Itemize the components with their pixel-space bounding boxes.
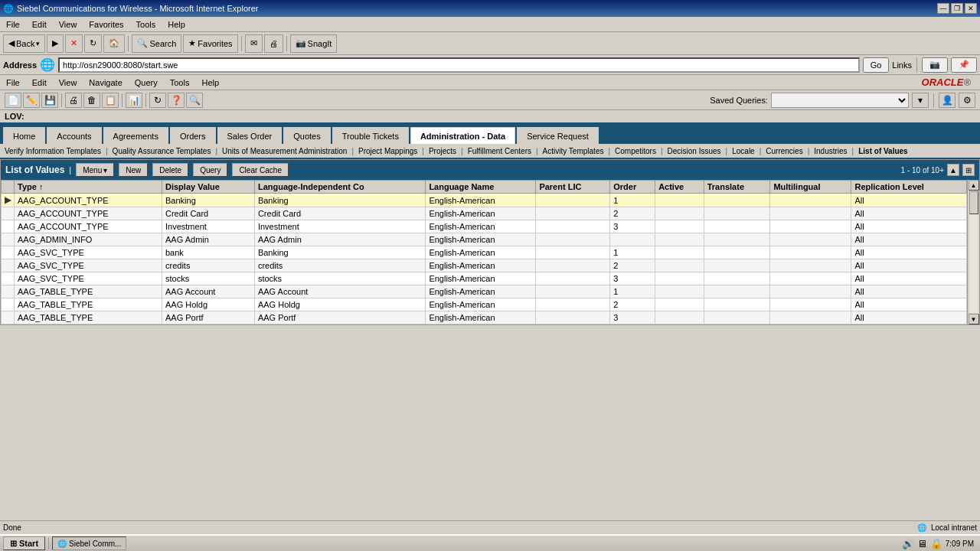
address-input[interactable] <box>58 57 860 73</box>
siebel-search-button[interactable]: 🔍 <box>186 93 203 108</box>
tab-accounts[interactable]: Accounts <box>47 127 101 144</box>
print-button[interactable]: 🖨 <box>264 34 283 53</box>
table-row[interactable]: AAG_SVC_TYPEcreditscreditsEnglish-Americ… <box>2 259 979 272</box>
mail-button[interactable]: ✉ <box>245 34 263 53</box>
siebel-settings-button[interactable]: ⚙ <box>959 93 975 108</box>
ie-menu-edit[interactable]: Edit <box>29 18 50 31</box>
minimize-button[interactable]: — <box>937 3 949 14</box>
sub-nav-currencies[interactable]: Currencies <box>766 147 802 155</box>
col-translate[interactable]: Translate <box>704 181 770 194</box>
snagit-extra-button[interactable]: 📌 <box>951 57 977 73</box>
sub-nav-verify-info[interactable]: Verify Information Templates <box>5 147 101 155</box>
restore-button[interactable]: ❐ <box>951 3 963 14</box>
ie-menu-help[interactable]: Help <box>165 18 188 31</box>
list-menu-button[interactable]: Menu ▾ <box>76 163 114 177</box>
col-lang-indep[interactable]: Language-Independent Co <box>254 181 425 194</box>
siebel-print-button[interactable]: 🖨 <box>65 93 82 108</box>
siebel-delete-button[interactable]: 🗑 <box>83 93 100 108</box>
sub-nav-activity-templates[interactable]: Activity Templates <box>543 147 604 155</box>
siebel-user-button[interactable]: 👤 <box>939 93 956 108</box>
table-row[interactable]: AAG_SVC_TYPEstocksstocksEnglish-American… <box>2 272 979 285</box>
ie-menu-tools[interactable]: Tools <box>133 18 159 31</box>
close-button[interactable]: ✕ <box>965 3 977 14</box>
scroll-thumb[interactable] <box>969 191 978 214</box>
col-display-value[interactable]: Display Value <box>162 181 255 194</box>
cell-language_name: English-American <box>426 220 536 233</box>
table-row[interactable]: AAG_ACCOUNT_TYPECredit CardCredit CardEn… <box>2 207 979 220</box>
sub-nav-competitors[interactable]: Competitors <box>615 147 656 155</box>
sub-nav-uom-admin[interactable]: Units of Measurement Administration <box>222 147 347 155</box>
tab-sales-order[interactable]: Sales Order <box>217 127 283 144</box>
scroll-down-btn[interactable]: ▼ <box>969 314 979 324</box>
app-menu-query[interactable]: Query <box>132 77 161 89</box>
table-row[interactable]: AAG_TABLE_TYPEAAG HoldgAAG HoldgEnglish-… <box>2 298 979 311</box>
col-active[interactable]: Active <box>655 181 704 194</box>
search-button[interactable]: 🔍 Search <box>132 34 181 53</box>
table-row[interactable]: AAG_TABLE_TYPEAAG AccountAAG AccountEngl… <box>2 285 979 298</box>
list-clear-cache-button[interactable]: Clear Cache <box>232 163 289 177</box>
siebel-help-button[interactable]: ❓ <box>168 93 185 108</box>
col-replication-level[interactable]: Replication Level <box>851 181 967 194</box>
col-type[interactable]: Type ↑ <box>15 181 162 194</box>
back-button[interactable]: ◀ Back ▾ <box>3 34 45 53</box>
siebel-refresh-button[interactable]: ↻ <box>149 93 166 108</box>
tab-service-request[interactable]: Service Request <box>517 127 599 144</box>
table-row[interactable]: AAG_ACCOUNT_TYPEInvestmentInvestmentEngl… <box>2 220 979 233</box>
col-order[interactable]: Order <box>610 181 655 194</box>
ie-menu-favorites[interactable]: Favorites <box>86 18 126 31</box>
sub-nav-locale[interactable]: Locale <box>732 147 754 155</box>
siebel-save-button[interactable]: 💾 <box>41 93 58 108</box>
sub-nav-fulfillment[interactable]: Fulfillment Centers <box>468 147 531 155</box>
scroll-up-btn[interactable]: ▲ <box>969 180 979 191</box>
sub-nav-decision-issues[interactable]: Decision Issues <box>668 147 721 155</box>
forward-button[interactable]: ▶ <box>47 34 64 53</box>
favorites-button[interactable]: ★ Favorites <box>183 34 237 53</box>
ie-menu-view[interactable]: View <box>56 18 80 31</box>
taskbar-program-ie[interactable]: 🌐 Siebel Comm... <box>52 536 126 550</box>
table-row[interactable]: AAG_TABLE_TYPEAAG PortfAAG PortfEnglish-… <box>2 311 979 324</box>
app-menu-help[interactable]: Help <box>198 77 222 89</box>
tab-agreements[interactable]: Agreements <box>103 127 168 144</box>
refresh-button[interactable]: ↻ <box>84 34 102 53</box>
app-menu-view[interactable]: View <box>56 77 80 89</box>
app-menu-file[interactable]: File <box>3 77 23 89</box>
scroll-up-button[interactable]: ▲ <box>947 164 959 176</box>
start-button[interactable]: ⊞ Start <box>3 536 45 550</box>
siebel-edit-button[interactable]: ✏️ <box>23 93 40 108</box>
tab-orders[interactable]: Orders <box>170 127 216 144</box>
sub-nav-project-mappings[interactable]: Project Mappings <box>358 147 417 155</box>
tab-home[interactable]: Home <box>3 127 45 144</box>
snagit-button[interactable]: 📷 SnagIt <box>290 34 338 53</box>
saved-queries-dropdown-btn[interactable]: ▾ <box>912 93 929 108</box>
stop-button[interactable]: ✕ <box>65 34 83 53</box>
home-button[interactable]: 🏠 <box>103 34 125 53</box>
ie-menu-file[interactable]: File <box>3 18 23 31</box>
tab-trouble-tickets[interactable]: Trouble Tickets <box>332 127 409 144</box>
table-row[interactable]: ▶AAG_ACCOUNT_TYPEBankingBankingEnglish-A… <box>2 194 979 207</box>
siebel-copy-button[interactable]: 📋 <box>102 93 119 108</box>
table-row[interactable]: AAG_SVC_TYPEbankBankingEnglish-American1… <box>2 246 979 259</box>
app-menu-edit[interactable]: Edit <box>29 77 50 89</box>
sub-nav-projects[interactable]: Projects <box>429 147 456 155</box>
table-scrollbar[interactable]: ▲ ▼ <box>967 180 979 324</box>
sub-nav-industries[interactable]: Industries <box>814 147 847 155</box>
siebel-new-record-button[interactable]: 📄 <box>5 93 21 108</box>
snagit-toolbar-button[interactable]: 📷 <box>922 57 948 73</box>
app-menu-navigate[interactable]: Navigate <box>86 77 125 89</box>
table-row[interactable]: AAG_ADMIN_INFOAAG AdminAAG AdminEnglish-… <box>2 233 979 246</box>
col-language-name[interactable]: Language Name <box>426 181 536 194</box>
list-query-button[interactable]: Query <box>193 163 227 177</box>
list-new-button[interactable]: New <box>119 163 148 177</box>
go-button[interactable]: Go <box>863 57 890 73</box>
tab-quotes[interactable]: Quotes <box>283 127 330 144</box>
list-delete-button[interactable]: Delete <box>152 163 188 177</box>
col-parent-lic[interactable]: Parent LIC <box>536 181 610 194</box>
list-icon-button[interactable]: ⊞ <box>962 164 975 176</box>
col-multilingual[interactable]: Multilingual <box>770 181 851 194</box>
app-menu-tools[interactable]: Tools <box>167 77 193 89</box>
tab-administration-data[interactable]: Administration - Data <box>410 127 515 144</box>
siebel-chart-button[interactable]: 📊 <box>126 93 142 108</box>
saved-queries-dropdown[interactable] <box>771 93 909 108</box>
sub-nav-qa-templates[interactable]: Quality Assurance Templates <box>113 147 211 155</box>
sub-nav-list-of-values[interactable]: List of Values <box>858 147 907 155</box>
